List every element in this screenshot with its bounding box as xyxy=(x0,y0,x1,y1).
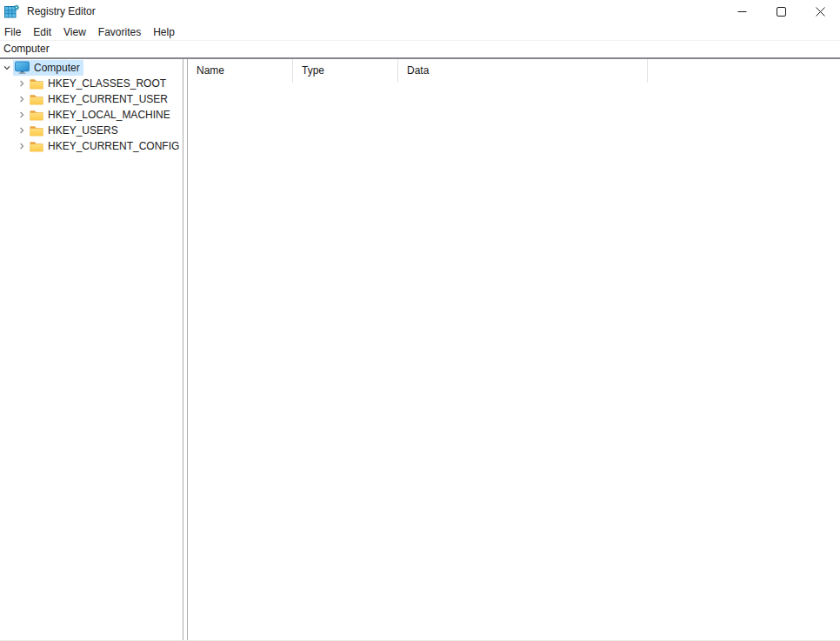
tree-item-label[interactable]: HKEY_CURRENT_CONFIG xyxy=(48,140,179,152)
values-column-header: Name Type Data xyxy=(188,59,840,83)
menu-edit[interactable]: Edit xyxy=(27,24,57,40)
folder-icon xyxy=(30,94,43,105)
values-list-empty[interactable] xyxy=(188,83,840,640)
chevron-right-icon[interactable] xyxy=(17,110,27,120)
minimize-button[interactable] xyxy=(723,0,762,23)
folder-icon xyxy=(30,110,43,121)
title-bar: Registry Editor xyxy=(0,0,840,23)
tree-item-hkey-current-config[interactable]: HKEY_CURRENT_CONFIG xyxy=(0,138,183,154)
tree-item-selection[interactable]: Computer xyxy=(13,60,83,76)
maximize-icon xyxy=(777,7,786,17)
tree-item-label[interactable]: Computer xyxy=(34,62,80,74)
tree-item-label[interactable]: HKEY_CURRENT_USER xyxy=(48,93,168,105)
tree-item-hkey-local-machine[interactable]: HKEY_LOCAL_MACHINE xyxy=(0,107,183,123)
tree-item-label[interactable]: HKEY_USERS xyxy=(48,124,118,137)
folder-icon xyxy=(30,141,43,152)
column-header-data[interactable]: Data xyxy=(398,59,648,83)
window-controls xyxy=(723,0,840,23)
close-icon xyxy=(816,7,825,17)
registry-editor-window: Registry Editor File Edit Vi xyxy=(0,0,840,641)
menu-file[interactable]: File xyxy=(0,24,27,40)
chevron-right-icon[interactable] xyxy=(17,78,27,89)
folder-icon xyxy=(30,125,43,137)
tree-item-label[interactable]: HKEY_LOCAL_MACHINE xyxy=(48,109,170,121)
folder-icon xyxy=(30,78,43,90)
tree-item-hkey-current-user[interactable]: HKEY_CURRENT_USER xyxy=(0,91,183,107)
chevron-right-icon[interactable] xyxy=(17,141,27,151)
tree-item-hkey-users[interactable]: HKEY_USERS xyxy=(0,123,183,138)
values-pane: Name Type Data xyxy=(188,59,840,640)
minimize-icon xyxy=(737,7,747,17)
tree-item-computer[interactable]: Computer xyxy=(0,60,183,76)
menu-favorites[interactable]: Favorites xyxy=(92,24,147,40)
chevron-right-icon[interactable] xyxy=(17,94,27,104)
column-header-name[interactable]: Name xyxy=(188,59,293,83)
chevron-right-icon[interactable] xyxy=(17,125,27,136)
menu-bar: File Edit View Favorites Help xyxy=(0,24,840,40)
address-bar[interactable]: Computer xyxy=(0,41,840,57)
column-header-type[interactable]: Type xyxy=(293,59,398,83)
registry-tree-pane: Computer HKEY_CLASSES_ROOT xyxy=(0,59,183,640)
registry-editor-icon xyxy=(4,4,19,19)
tree-item-label[interactable]: HKEY_CLASSES_ROOT xyxy=(48,77,166,90)
tree-item-hkey-classes-root[interactable]: HKEY_CLASSES_ROOT xyxy=(0,76,183,91)
address-path-text: Computer xyxy=(3,43,50,55)
menu-help[interactable]: Help xyxy=(147,24,181,40)
maximize-button[interactable] xyxy=(762,0,801,23)
chevron-down-icon[interactable] xyxy=(2,63,12,73)
window-title: Registry Editor xyxy=(27,5,96,17)
close-button[interactable] xyxy=(801,0,840,23)
computer-monitor-icon xyxy=(15,61,30,75)
menu-view[interactable]: View xyxy=(57,24,92,40)
